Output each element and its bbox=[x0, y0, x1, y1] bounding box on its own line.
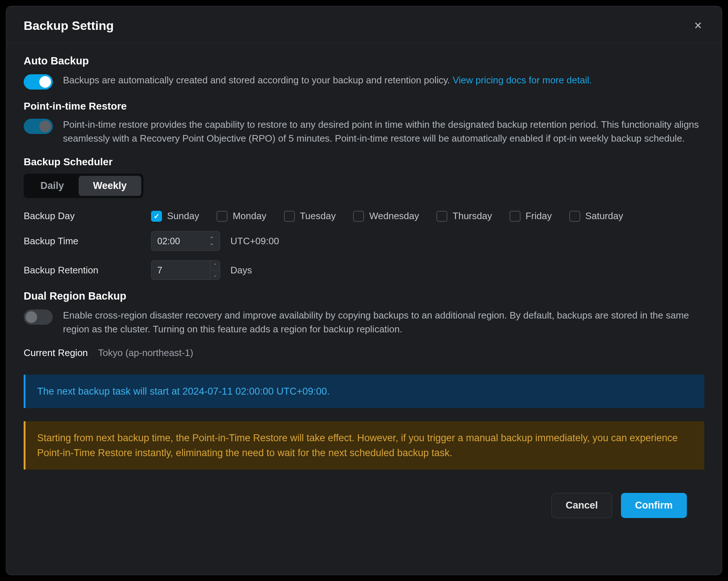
retention-step-up[interactable]: ⌃ bbox=[210, 261, 220, 270]
day-sunday-label: Sunday bbox=[167, 210, 199, 222]
next-backup-banner: The next backup task will start at 2024-… bbox=[24, 375, 704, 408]
day-monday-label: Monday bbox=[233, 210, 266, 222]
scheduler-title: Backup Scheduler bbox=[24, 156, 704, 168]
pitr-title: Point-in-time Restore bbox=[24, 100, 704, 112]
retention-steppers: ⌃ ⌄ bbox=[210, 261, 220, 280]
modal-body: Auto Backup Backups are automatically cr… bbox=[6, 43, 722, 575]
toggle-knob bbox=[25, 311, 37, 323]
dual-region-title: Dual Region Backup bbox=[24, 290, 704, 302]
day-sunday[interactable]: ✓ Sunday bbox=[151, 210, 199, 222]
pitr-toggle[interactable] bbox=[24, 119, 53, 134]
day-monday[interactable]: Monday bbox=[217, 210, 266, 222]
checkbox-tuesday[interactable] bbox=[284, 211, 295, 222]
checkbox-friday[interactable] bbox=[510, 211, 521, 222]
tab-daily[interactable]: Daily bbox=[26, 176, 79, 196]
day-wednesday[interactable]: Wednesday bbox=[353, 210, 419, 222]
auto-backup-description-text: Backups are automatically created and st… bbox=[63, 75, 452, 86]
scheduler-tabs: Daily Weekly bbox=[24, 174, 143, 198]
backup-time-select[interactable]: 02:00 ⌃⌄ bbox=[151, 231, 220, 251]
checkbox-thursday[interactable] bbox=[436, 211, 447, 222]
day-saturday-label: Saturday bbox=[585, 210, 623, 222]
dual-region-toggle[interactable] bbox=[24, 309, 53, 325]
day-tuesday[interactable]: Tuesday bbox=[284, 210, 336, 222]
pitr-effect-banner: Starting from next backup time, the Poin… bbox=[24, 421, 704, 470]
modal-footer: Cancel Confirm bbox=[24, 483, 704, 533]
auto-backup-description: Backups are automatically created and st… bbox=[63, 74, 592, 87]
backup-time-value: 02:00 bbox=[157, 236, 180, 246]
modal-header: Backup Setting ✕ bbox=[6, 6, 722, 43]
tab-weekly[interactable]: Weekly bbox=[79, 176, 142, 196]
pitr-description: Point-in-time restore provides the capab… bbox=[63, 118, 704, 145]
toggle-knob bbox=[39, 76, 51, 88]
checkbox-wednesday[interactable] bbox=[353, 211, 364, 222]
toggle-knob bbox=[39, 120, 51, 132]
day-saturday[interactable]: Saturday bbox=[569, 210, 623, 222]
dual-region-description: Enable cross-region disaster recovery an… bbox=[63, 309, 704, 336]
backup-retention-value: 7 bbox=[157, 265, 162, 276]
current-region-label: Current Region bbox=[24, 347, 88, 359]
current-region-value: Tokyo (ap-northeast-1) bbox=[98, 347, 193, 359]
backup-retention-label: Backup Retention bbox=[24, 265, 151, 276]
confirm-button[interactable]: Confirm bbox=[621, 493, 687, 518]
day-friday-label: Friday bbox=[526, 210, 552, 222]
close-button[interactable]: ✕ bbox=[691, 19, 704, 32]
close-icon: ✕ bbox=[694, 21, 702, 31]
day-friday[interactable]: Friday bbox=[510, 210, 552, 222]
backup-time-label: Backup Time bbox=[24, 236, 151, 247]
checkbox-monday[interactable] bbox=[217, 211, 228, 222]
day-thursday[interactable]: Thursday bbox=[436, 210, 492, 222]
modal-title: Backup Setting bbox=[24, 19, 114, 33]
checkbox-sunday[interactable]: ✓ bbox=[151, 211, 162, 222]
day-thursday-label: Thursday bbox=[452, 210, 492, 222]
backup-retention-input[interactable]: 7 ⌃ ⌄ bbox=[151, 260, 220, 280]
select-chevron-icon: ⌃⌄ bbox=[209, 237, 214, 245]
backup-day-options: ✓ Sunday Monday Tuesday Wednesday bbox=[151, 210, 623, 222]
pricing-docs-link[interactable]: View pricing docs for more detail. bbox=[452, 75, 592, 86]
auto-backup-title: Auto Backup bbox=[24, 55, 704, 67]
auto-backup-toggle[interactable] bbox=[24, 74, 53, 90]
day-wednesday-label: Wednesday bbox=[369, 210, 419, 222]
backup-time-timezone: UTC+09:00 bbox=[230, 236, 279, 247]
backup-setting-modal: Backup Setting ✕ Auto Backup Backups are… bbox=[6, 6, 722, 575]
checkbox-saturday[interactable] bbox=[569, 211, 580, 222]
cancel-button[interactable]: Cancel bbox=[551, 493, 612, 518]
backup-day-label: Backup Day bbox=[24, 210, 151, 222]
backup-retention-unit: Days bbox=[230, 265, 252, 276]
retention-step-down[interactable]: ⌄ bbox=[210, 270, 220, 280]
day-tuesday-label: Tuesday bbox=[300, 210, 336, 222]
